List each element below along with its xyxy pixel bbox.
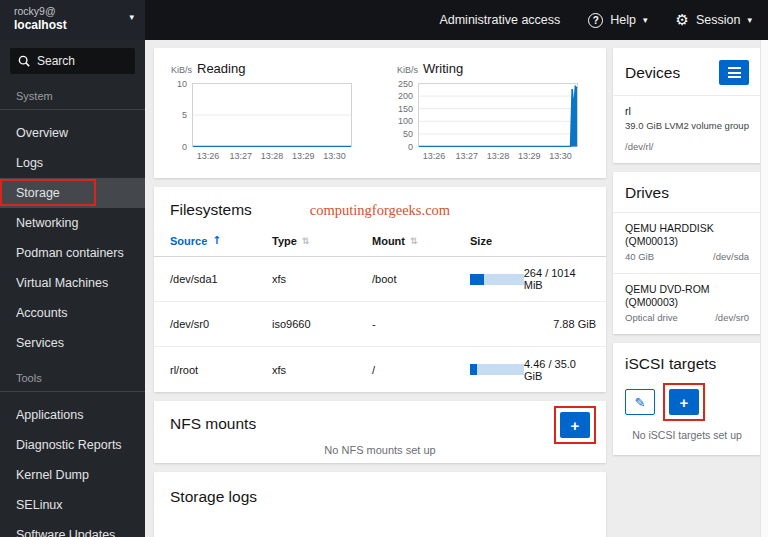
nav-section-system: System — [0, 84, 145, 110]
reading-chart-unit: KiB/s — [164, 65, 192, 75]
devices-card: Devices rl 39.0 GiB LVM2 volume group /d… — [613, 48, 761, 163]
io-charts-card: KiB/s Reading 0510 13:2613:2713:2813:291… — [154, 48, 606, 178]
edit-iscsi-button[interactable]: ✎ — [625, 389, 655, 415]
device-path: /dev/rl/ — [625, 141, 749, 152]
reading-chart-title: Reading — [197, 61, 245, 76]
host-name: localhost — [14, 18, 133, 32]
watermark: computingforgeeks.com — [310, 202, 450, 219]
annotation-box: + — [663, 383, 705, 421]
masthead-actions: Administrative access ? Help ▾ ⚙ Session… — [145, 0, 768, 40]
cell-type: iso9660 — [272, 318, 372, 330]
column-header-mount[interactable]: Mount ⇅ — [372, 235, 470, 247]
plus-icon: + — [571, 418, 580, 433]
cell-size: 4.46 / 35.0 GiB — [470, 358, 596, 382]
sidebar-item-accounts[interactable]: Accounts — [0, 298, 145, 328]
add-iscsi-target-button[interactable]: + — [669, 389, 699, 415]
sidebar-search[interactable] — [10, 48, 135, 74]
iscsi-empty-state: No iSCSI targets set up — [625, 429, 749, 441]
writing-chart-title: Writing — [423, 61, 463, 76]
drive-path: /dev/sr0 — [715, 312, 749, 323]
sidebar-item-podman-containers[interactable]: Podman containers — [0, 238, 145, 268]
filesystems-title: Filesystems — [170, 201, 252, 219]
list-item[interactable]: QEMU HARDDISK (QM00013) 40 GiB /dev/sda — [613, 213, 761, 273]
sidebar: System Overview Logs Storage Networking … — [0, 40, 145, 537]
nfs-mounts-card: NFS mounts + No NFS mounts set up — [154, 401, 606, 463]
scrollbar[interactable] — [760, 40, 768, 537]
reading-chart: KiB/s Reading 0510 13:2613:2713:2813:291… — [154, 61, 380, 178]
column-header-source[interactable]: Source ↑ — [170, 234, 272, 247]
usage-bar — [470, 274, 524, 285]
session-menu[interactable]: ⚙ Session ▾ — [676, 13, 752, 28]
annotation-box: + — [554, 406, 596, 444]
sidebar-item-selinux[interactable]: SELinux — [0, 490, 145, 520]
sidebar-item-software-updates[interactable]: Software Updates — [0, 520, 145, 537]
drive-name: QEMU DVD-ROM (QM00003) — [625, 283, 749, 309]
nfs-mounts-title: NFS mounts — [170, 415, 256, 433]
cell-mount: - — [372, 318, 470, 330]
nav-section-tools: Tools — [0, 366, 145, 392]
devices-title: Devices — [625, 64, 680, 82]
list-item[interactable]: QEMU DVD-ROM (QM00003) Optical drive /de… — [613, 273, 761, 334]
drive-detail: Optical drive — [625, 312, 678, 323]
filesystems-card: Filesystems computingforgeeks.com Source… — [154, 187, 606, 392]
drive-path: /dev/sda — [713, 251, 749, 262]
storage-logs-title: Storage logs — [170, 488, 257, 505]
nfs-empty-state: No NFS mounts set up — [154, 444, 606, 456]
sidebar-item-logs[interactable]: Logs — [0, 148, 145, 178]
writing-chart: KiB/s Writing 050100150200250 13:2613:27… — [380, 61, 606, 178]
side-column: Devices rl 39.0 GiB LVM2 volume group /d… — [613, 48, 761, 537]
device-description: 39.0 GiB LVM2 volume group — [625, 120, 749, 132]
writing-x-axis: 13:2613:2713:2813:2913:30 — [418, 147, 578, 161]
sidebar-item-networking[interactable]: Networking — [0, 208, 145, 238]
drives-card: Drives QEMU HARDDISK (QM00013) 40 GiB /d… — [613, 172, 761, 334]
sort-ascending-icon: ↑ — [212, 234, 221, 247]
cell-mount: / — [372, 364, 470, 376]
device-name: rl — [625, 105, 749, 118]
drive-detail: 40 GiB — [625, 251, 654, 262]
table-row[interactable]: rl/root xfs / 4.46 / 35.0 GiB — [154, 347, 606, 392]
drives-title: Drives — [625, 184, 669, 202]
writing-plot — [418, 83, 578, 147]
main-content: KiB/s Reading 0510 13:2613:2713:2813:291… — [145, 40, 768, 537]
cell-source: /dev/sda1 — [170, 273, 272, 285]
writing-y-axis: 050100150200250 — [390, 83, 418, 147]
reading-plot — [192, 83, 352, 147]
cell-size: 264 / 1014 MiB — [470, 267, 596, 291]
writing-chart-unit: KiB/s — [390, 65, 418, 75]
menu-icon — [728, 67, 741, 69]
question-circle-icon: ? — [588, 13, 603, 28]
host-switcher[interactable]: rocky9@ localhost ▾ — [0, 0, 145, 40]
administrative-access-button[interactable]: Administrative access — [439, 13, 560, 27]
column-header-type[interactable]: Type ⇅ — [272, 235, 372, 247]
filesystems-table-header: Source ↑ Type ⇅ Mount ⇅ Size — [154, 234, 606, 257]
table-row[interactable]: /dev/sr0 iso9660 - 7.88 GiB — [154, 302, 606, 347]
table-row[interactable]: /dev/sda1 xfs /boot 264 / 1014 MiB — [154, 257, 606, 302]
sidebar-item-storage[interactable]: Storage — [0, 178, 145, 208]
chevron-down-icon: ▾ — [643, 16, 648, 25]
sidebar-item-kernel-dump[interactable]: Kernel Dump — [0, 460, 145, 490]
sidebar-item-diagnostic-reports[interactable]: Diagnostic Reports — [0, 430, 145, 460]
host-user: rocky9@ — [14, 5, 133, 18]
cell-type: xfs — [272, 364, 372, 376]
iscsi-targets-title: iSCSI targets — [625, 355, 716, 372]
devices-menu-button[interactable] — [719, 60, 749, 85]
sidebar-item-virtual-machines[interactable]: Virtual Machines — [0, 268, 145, 298]
help-menu[interactable]: ? Help ▾ — [588, 13, 647, 28]
sidebar-item-applications[interactable]: Applications — [0, 400, 145, 430]
storage-logs-card: Storage logs — [154, 472, 606, 537]
cell-mount: /boot — [372, 273, 470, 285]
drive-name: QEMU HARDDISK (QM00013) — [625, 222, 749, 248]
sidebar-item-overview[interactable]: Overview — [0, 118, 145, 148]
cell-type: xfs — [272, 273, 372, 285]
reading-y-axis: 0510 — [164, 83, 192, 147]
gear-icon: ⚙ — [676, 13, 689, 28]
plus-icon: + — [680, 395, 689, 410]
cell-size: 7.88 GiB — [470, 318, 596, 330]
cell-source: /dev/sr0 — [170, 318, 272, 330]
edit-icon: ✎ — [635, 396, 646, 409]
list-item[interactable]: rl 39.0 GiB LVM2 volume group /dev/rl/ — [613, 96, 761, 163]
cell-source: rl/root — [170, 364, 272, 376]
sidebar-item-services[interactable]: Services — [0, 328, 145, 358]
add-nfs-mount-button[interactable]: + — [560, 412, 590, 438]
search-input[interactable] — [37, 54, 127, 68]
